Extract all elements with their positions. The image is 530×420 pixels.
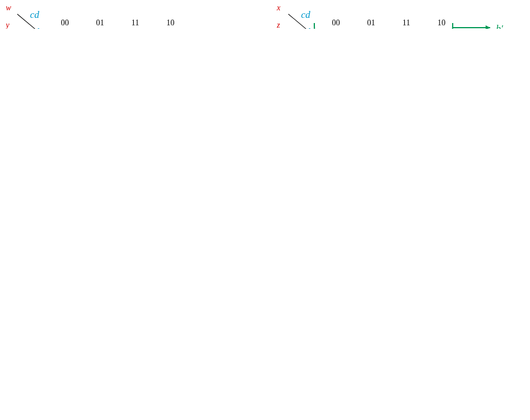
col-h: 00	[47, 18, 82, 28]
col-h: 10	[424, 18, 459, 28]
corner-label: z	[277, 21, 280, 29]
col-h: 01	[82, 18, 118, 28]
corner-label: y	[6, 21, 9, 29]
corner-label: w	[6, 3, 11, 13]
col-h: 00	[318, 18, 354, 28]
col-h: 11	[118, 18, 153, 28]
svg-marker-4	[486, 25, 490, 29]
col-headers: 00 01 11 10	[47, 18, 188, 28]
col-h: 11	[389, 18, 424, 28]
cd-label: cd	[301, 27, 310, 29]
cd-label: cd	[30, 27, 39, 29]
cd-label: cd	[30, 9, 39, 21]
group-label: b'	[496, 23, 503, 29]
col-h: 10	[153, 18, 188, 28]
col-headers: 00 01 11 10	[318, 18, 459, 28]
cd-label: cd	[301, 9, 310, 21]
corner-label: x	[277, 3, 280, 13]
kmap-grid: w cd ab 00 01 11 10 00 01 11 10 10 11 3	[6, 6, 513, 23]
col-h: 01	[354, 18, 389, 28]
